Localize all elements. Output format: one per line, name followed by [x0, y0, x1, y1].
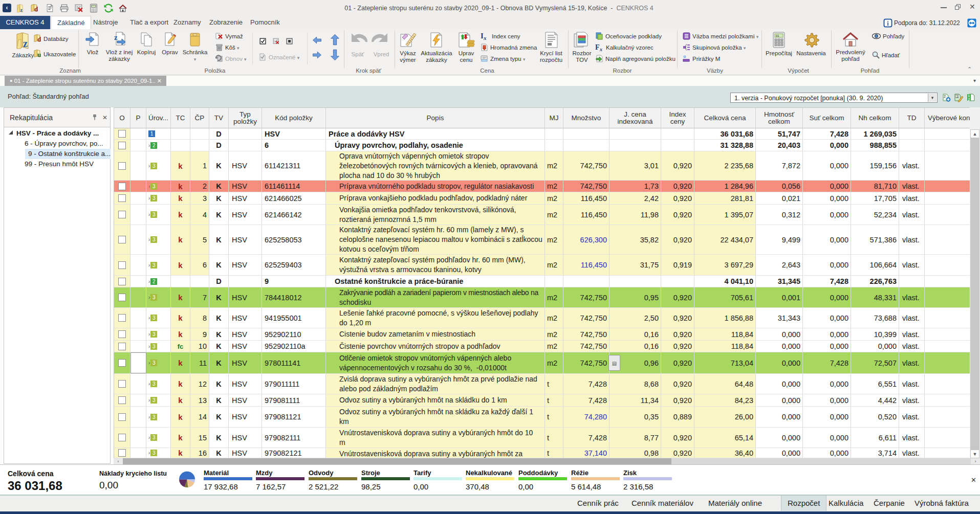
svg-text:u: u — [37, 51, 41, 58]
svg-text:1: 1 — [956, 95, 959, 98]
svg-text:2: 2 — [944, 95, 946, 98]
svg-text:d: d — [34, 5, 38, 13]
svg-text:01: 01 — [776, 34, 779, 37]
svg-text:x: x — [483, 35, 487, 40]
svg-text:d: d — [37, 35, 41, 43]
svg-text:x: x — [599, 47, 602, 52]
svg-text:z: z — [114, 33, 118, 41]
svg-text:2: 2 — [968, 98, 970, 101]
svg-text:z: z — [20, 7, 23, 13]
svg-text:F: F — [595, 43, 600, 51]
svg-text:z: z — [23, 38, 28, 49]
